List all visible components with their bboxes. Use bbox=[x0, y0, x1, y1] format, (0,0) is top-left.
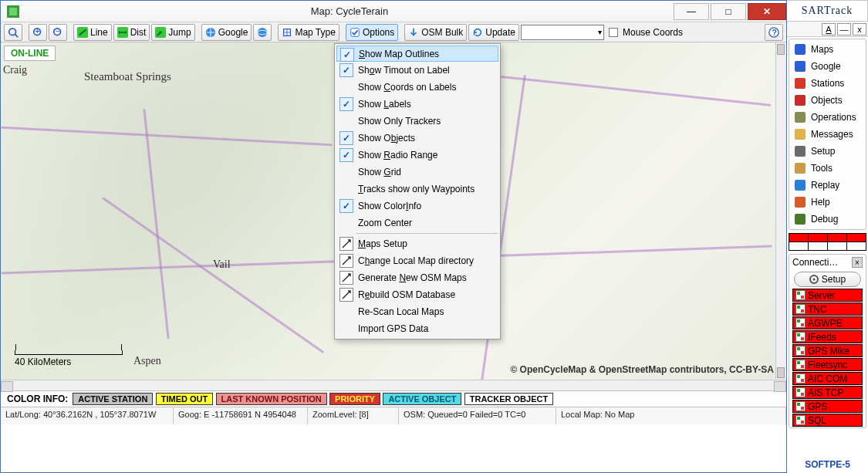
tool-globe[interactable] bbox=[253, 24, 272, 41]
tool-zoom-fit[interactable] bbox=[4, 24, 22, 41]
svg-rect-22 bbox=[795, 95, 806, 106]
menu-item-label: Show ColorInfo bbox=[358, 201, 421, 211]
connection-item[interactable]: IFeeds bbox=[792, 330, 863, 343]
nav-label: Objects bbox=[811, 95, 843, 106]
sartrack-footer: SOFTPE-5 bbox=[790, 459, 865, 470]
tool-osmbulk[interactable]: OSM Bulk bbox=[404, 24, 467, 41]
connection-item[interactable]: GPS Mike bbox=[792, 344, 863, 357]
menu-item[interactable]: Maps Setup bbox=[336, 235, 498, 252]
nav-icon bbox=[794, 43, 806, 56]
menu-item[interactable]: Show Only Trackers bbox=[336, 113, 498, 130]
menu-item[interactable]: Import GPS Data bbox=[336, 320, 498, 337]
nav-item[interactable]: Debug bbox=[791, 211, 864, 228]
svg-rect-24 bbox=[795, 129, 806, 140]
plug-icon bbox=[795, 387, 806, 397]
connection-item[interactable]: AGWPE bbox=[792, 316, 863, 329]
nav-item[interactable]: Setup bbox=[791, 143, 864, 160]
menu-item-label: Import GPS Data bbox=[358, 323, 428, 334]
connection-label: Fleetsync bbox=[808, 360, 847, 370]
nav-item[interactable]: Replay bbox=[791, 177, 864, 194]
connection-item[interactable]: Server bbox=[792, 289, 863, 302]
menu-item[interactable]: ✓Show ColorInfo bbox=[336, 198, 498, 215]
nav-item[interactable]: Google bbox=[791, 58, 864, 75]
connections-setup-button[interactable]: Setup bbox=[794, 272, 861, 287]
menu-item[interactable]: Rebuild OSM Database bbox=[336, 286, 498, 303]
close-button[interactable]: ✕ bbox=[748, 3, 786, 20]
connection-item[interactable]: Fleetsync bbox=[792, 358, 863, 371]
mousecoords-checkbox[interactable] bbox=[609, 28, 618, 37]
tool-jump[interactable]: Jump bbox=[151, 24, 194, 41]
toolbar-combo[interactable]: ▾ bbox=[521, 25, 604, 40]
menu-separator bbox=[356, 233, 498, 234]
sartrack-btn-a[interactable]: A bbox=[822, 23, 836, 35]
tool-google[interactable]: Google bbox=[201, 24, 252, 41]
minimize-button[interactable]: — bbox=[674, 3, 709, 20]
connection-item[interactable]: SQL bbox=[792, 414, 863, 427]
menu-item[interactable]: Generate New OSM Maps bbox=[336, 269, 498, 286]
nav-item[interactable]: Maps bbox=[791, 41, 864, 58]
tool-dist[interactable]: Dist bbox=[113, 24, 150, 41]
nav-item[interactable]: Objects bbox=[791, 92, 864, 109]
menu-item[interactable]: Change Local Map directory bbox=[336, 252, 498, 269]
nav-item[interactable]: Help bbox=[791, 194, 864, 211]
connection-label: AIS TCP bbox=[808, 387, 843, 398]
svg-rect-29 bbox=[795, 214, 806, 225]
tool-line[interactable]: Line bbox=[73, 24, 112, 41]
nav-item[interactable]: Stations bbox=[791, 75, 864, 92]
nav-item[interactable]: Messages bbox=[791, 126, 864, 143]
tool-options[interactable]: Options bbox=[346, 24, 398, 41]
svg-rect-27 bbox=[795, 180, 806, 191]
sartrack-title: SARTrack bbox=[787, 0, 868, 22]
scroll-up-arrow[interactable] bbox=[777, 44, 785, 55]
menu-item-label: Show Objects bbox=[358, 133, 415, 144]
color-info-label: COLOR INFO: bbox=[7, 394, 68, 404]
color-chip: TRACKER OBJECT bbox=[464, 393, 553, 405]
plug-icon bbox=[795, 373, 806, 383]
statusbar: Lat/Long: 40°36.2162N , 105°37.8071W Goo… bbox=[1, 407, 786, 424]
nav-label: Debug bbox=[811, 214, 838, 225]
connections-close[interactable]: × bbox=[852, 257, 863, 268]
svg-text:+: + bbox=[35, 27, 40, 35]
menu-item[interactable]: ✓Show Labels bbox=[336, 96, 498, 113]
maximize-button[interactable]: □ bbox=[711, 3, 746, 20]
menu-item[interactable]: ✓Show Objects bbox=[336, 130, 498, 147]
nav-item[interactable]: Operations bbox=[791, 109, 864, 126]
nav-label: Messages bbox=[811, 129, 853, 140]
menu-item[interactable]: ✓Show Map Outlines bbox=[336, 46, 498, 62]
nav-label: Setup bbox=[811, 146, 835, 157]
sartrack-minimize[interactable]: — bbox=[837, 23, 851, 35]
tool-maptype[interactable]: Map Type bbox=[278, 24, 339, 41]
plug-icon bbox=[795, 304, 806, 314]
nav-item[interactable]: Tools bbox=[791, 160, 864, 177]
map-town-label: Vail bbox=[213, 258, 231, 271]
menu-item[interactable]: Zoom Center bbox=[336, 215, 498, 231]
menu-item[interactable]: ✓Show Timout on Label bbox=[336, 62, 498, 79]
connection-item[interactable]: AIC COM bbox=[792, 372, 863, 385]
connection-item[interactable]: AIS TCP bbox=[792, 386, 863, 399]
check-icon: ✓ bbox=[339, 148, 353, 162]
menu-item-label: Maps Setup bbox=[358, 238, 407, 249]
menu-item[interactable]: Re-Scan Local Maps bbox=[336, 303, 498, 320]
menu-item[interactable]: ✓Show Radio Range bbox=[336, 147, 498, 164]
map-scalebar: 40 KiloMeters bbox=[15, 350, 123, 367]
menu-item[interactable]: Show Grid bbox=[336, 164, 498, 181]
menu-item[interactable]: Tracks show only Waypoints bbox=[336, 181, 498, 198]
menu-item-label: Change Local Map directory bbox=[358, 255, 474, 266]
scroll-down-arrow[interactable] bbox=[777, 367, 785, 378]
connection-label: GPS Mike bbox=[808, 346, 849, 356]
plug-icon bbox=[795, 332, 806, 342]
sartrack-close[interactable]: x bbox=[853, 23, 866, 35]
svg-point-31 bbox=[812, 279, 815, 281]
tool-update[interactable]: Update bbox=[468, 24, 519, 41]
connection-item[interactable]: GPS bbox=[792, 400, 863, 413]
tool-help[interactable]: ? bbox=[765, 24, 783, 41]
connection-item[interactable]: TNC bbox=[792, 302, 863, 316]
tool-zoom-in[interactable]: + bbox=[29, 24, 47, 41]
connection-label: GPS bbox=[808, 401, 827, 412]
nav-label: Operations bbox=[811, 112, 856, 123]
map-vscrollbar[interactable] bbox=[775, 42, 786, 380]
nav-icon bbox=[794, 128, 806, 140]
tool-zoom-out[interactable]: − bbox=[49, 24, 67, 41]
menu-item[interactable]: Show Coords on Labels bbox=[336, 79, 498, 96]
map-hscrollbar[interactable] bbox=[1, 380, 786, 390]
